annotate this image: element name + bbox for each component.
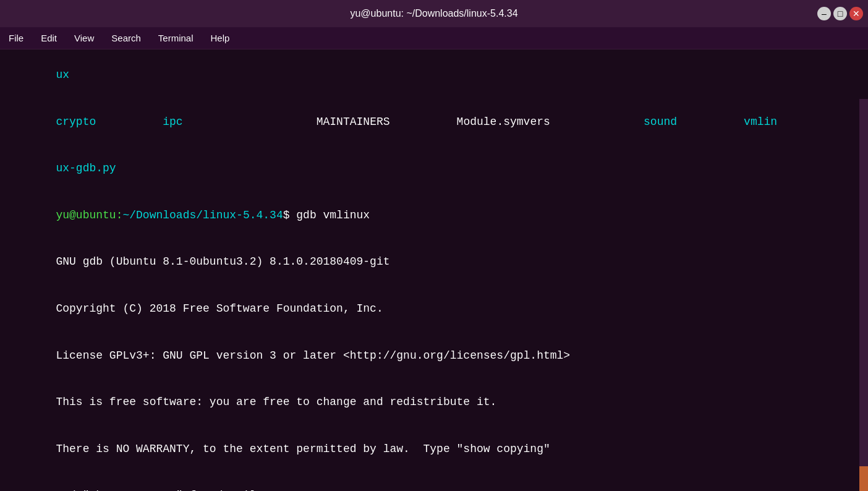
terminal-line-gdb-version: GNU gdb (Ubuntu 8.1-0ubuntu3.2) 8.1.0.20… xyxy=(0,239,868,286)
terminal-line-dirs: crypto ipc MAINTAINERS Module.symvers so… xyxy=(0,99,868,146)
terminal-line-warranty1: There is NO WARRANTY, to the extent perm… xyxy=(0,426,868,473)
close-button[interactable]: ✕ xyxy=(849,7,863,20)
menu-search[interactable]: Search xyxy=(108,30,145,46)
scrollbar-thumb[interactable] xyxy=(859,466,868,491)
terminal-line-copyright: Copyright (C) 2018 Free Software Foundat… xyxy=(0,286,868,333)
menu-terminal[interactable]: Terminal xyxy=(155,30,197,46)
terminal-line-prompt: yu@ubuntu:~/Downloads/linux-5.4.34$ gdb … xyxy=(0,192,868,239)
menu-edit[interactable]: Edit xyxy=(37,30,61,46)
menu-view[interactable]: View xyxy=(70,30,98,46)
terminal-window: yu@ubuntu: ~/Downloads/linux-5.4.34 – □ … xyxy=(0,0,868,491)
menu-file[interactable]: File xyxy=(5,30,27,46)
terminal-line-warranty2: and "show warranty" for details. xyxy=(0,472,868,491)
title-bar: yu@ubuntu: ~/Downloads/linux-5.4.34 – □ … xyxy=(0,0,868,27)
maximize-button[interactable]: □ xyxy=(833,7,847,20)
window-controls: – □ ✕ xyxy=(817,7,863,20)
menu-help[interactable]: Help xyxy=(207,30,234,46)
terminal-line-free: This is free software: you are free to c… xyxy=(0,379,868,426)
window-title: yu@ubuntu: ~/Downloads/linux-5.4.34 xyxy=(350,8,517,19)
scrollbar[interactable] xyxy=(859,99,868,491)
terminal-line-gdbpy: ux-gdb.py xyxy=(0,145,868,192)
terminal-line-license: License GPLv3+: GNU GPL version 3 or lat… xyxy=(0,332,868,379)
terminal-line-ux: ux xyxy=(0,52,868,99)
minimize-button[interactable]: – xyxy=(817,7,831,20)
terminal-wrapper: ux crypto ipc MAINTAINERS Module.symvers… xyxy=(0,49,868,491)
menu-bar: File Edit View Search Terminal Help xyxy=(0,27,868,49)
terminal-body[interactable]: ux crypto ipc MAINTAINERS Module.symvers… xyxy=(0,49,868,491)
